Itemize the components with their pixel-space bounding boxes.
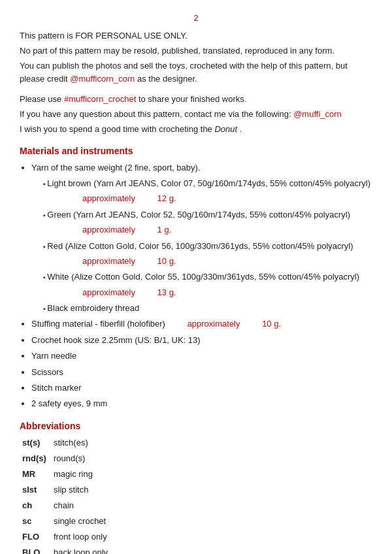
yarn-item-0: Light brown (Yarn Art JEANS, Color 07, 5…: [43, 176, 372, 206]
embroidery-item: Black embroidery thread: [43, 301, 372, 316]
designer-link[interactable]: @mufficorn_corn: [70, 74, 135, 84]
abbr-term: rnd(s): [20, 451, 51, 466]
yarn-item-1: Green (Yarn Art JEANS, Color 52, 50g/160…: [43, 207, 372, 238]
abbr-term: slst: [20, 482, 51, 498]
abbr-row: scsingle crochet: [20, 513, 372, 529]
abbr-term: FLO: [20, 529, 51, 545]
hashtag-link[interactable]: #mufficorn_crochet: [64, 94, 136, 104]
intro-section2: Please use #mufficorn_crochet to share y…: [20, 93, 372, 136]
abbr-row: rnd(s)round(s): [20, 451, 372, 466]
abbr-meaning: single crochet: [51, 513, 372, 529]
abbr-term: sc: [20, 513, 51, 529]
abbr-term: st(s): [20, 435, 51, 451]
abbr-meaning: magic ring: [51, 466, 372, 482]
abbr-meaning: stitch(es): [51, 435, 372, 451]
page-number: 2: [20, 13, 372, 23]
intro-line3: You can publish the photos and sell the …: [20, 59, 372, 87]
intro-line2: No part of this pattern may be resold, p…: [20, 44, 372, 58]
abbr-meaning: round(s): [51, 451, 372, 466]
safety-eyes-item: 2 safety eyes, 9 mm: [31, 396, 372, 411]
abbr-row: FLOfront loop only: [20, 529, 372, 545]
abbr-meaning: slip stitch: [51, 482, 372, 498]
contact-link[interactable]: @muffi_corn: [293, 109, 342, 119]
stitch-marker-item: Stitch marker: [31, 380, 372, 395]
abbr-term: BLO: [20, 545, 51, 554]
yarn-item-2: Red (Alize Cotton Gold, Color 56, 100g/3…: [43, 238, 372, 269]
abbr-row: MRmagic ring: [20, 466, 372, 482]
intro-line6: I wish you to spend a good time with cro…: [20, 123, 372, 137]
intro-section: This pattern is FOR PERSONAL USE ONLY. N…: [20, 29, 372, 86]
abbr-meaning: front loop only: [51, 529, 372, 545]
intro-line4: Please use #mufficorn_crochet to share y…: [20, 93, 372, 106]
yarn-list: Light brown (Yarn Art JEANS, Color 07, 5…: [43, 176, 372, 316]
abbreviations-title: Abbreviations: [20, 421, 372, 431]
abbr-term: ch: [20, 498, 51, 513]
abbr-meaning: chain: [51, 498, 372, 513]
scissors-item: Scissors: [31, 365, 372, 380]
hook-item: Crochet hook size 2.25mm (US: B/1, UK: 1…: [31, 333, 372, 348]
abbr-row: BLOback loop only: [20, 545, 372, 554]
stuffing-item: Stuffing material - fiberfill (holofiber…: [31, 316, 372, 331]
materials-section: Materials and instruments Yarn of the sa…: [20, 146, 372, 412]
abbreviations-section: Abbreviations st(s)stitch(es)rnd(s)round…: [20, 421, 372, 554]
intro-line5: If you have any question about this patt…: [20, 108, 372, 122]
abbr-term: MR: [20, 466, 51, 482]
needle-item: Yarn needle: [31, 348, 372, 363]
abbr-table: st(s)stitch(es)rnd(s)round(s)MRmagic rin…: [20, 435, 372, 554]
yarn-item-3: White (Alize Cotton Gold, Color 55, 100g…: [43, 269, 372, 300]
intro-line1: This pattern is FOR PERSONAL USE ONLY.: [20, 29, 372, 43]
yarn-main-item: Yarn of the same weight (2 fine, sport, …: [31, 160, 372, 175]
abbr-row: st(s)stitch(es): [20, 435, 372, 451]
abbr-row: slstslip stitch: [20, 482, 372, 498]
materials-title: Materials and instruments: [20, 146, 372, 156]
abbr-row: chchain: [20, 498, 372, 513]
abbr-meaning: back loop only: [51, 545, 372, 554]
